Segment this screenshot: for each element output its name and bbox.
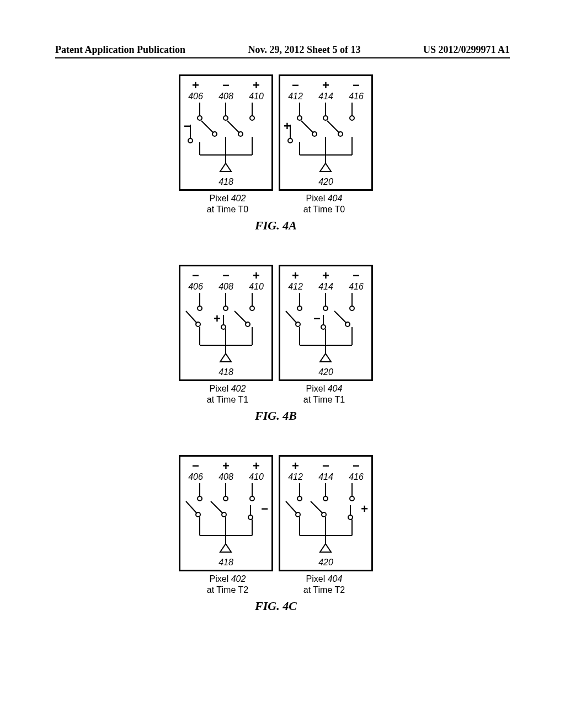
ref-numbers: 412 414 416 (280, 282, 371, 292)
sign: − (341, 270, 371, 282)
ref-numbers: 412 414 416 (280, 472, 371, 482)
sign: + (241, 270, 271, 282)
sign: − (341, 79, 371, 92)
ref-num: 410 (249, 282, 264, 292)
svg-point-101 (348, 515, 353, 520)
svg-line-61 (286, 311, 297, 323)
figure-4b: − − + 406 408 410 + (149, 265, 403, 423)
svg-point-94 (323, 496, 328, 501)
ref-numbers: 406 408 410 (180, 282, 271, 292)
svg-point-1 (198, 116, 202, 120)
svg-line-97 (286, 501, 297, 513)
polarity-signs: − + + (180, 460, 271, 472)
ref-num: 410 (249, 92, 264, 101)
svg-point-60 (350, 306, 354, 311)
svg-point-43 (196, 322, 200, 326)
ref-num: 410 (249, 472, 264, 482)
sign: + (311, 270, 340, 282)
svg-line-79 (186, 501, 197, 513)
schematic-icon (180, 483, 271, 558)
svg-marker-54 (220, 354, 231, 362)
ref-num: 416 (349, 282, 364, 292)
svg-point-29 (338, 132, 343, 136)
sign: − (311, 460, 340, 472)
driver-ref: 420 (280, 367, 371, 377)
svg-line-81 (211, 501, 223, 513)
ref-num: 416 (349, 92, 364, 101)
ref-num: 408 (218, 92, 233, 101)
driver-ref: 418 (180, 558, 271, 568)
ref-num: 408 (218, 282, 233, 292)
svg-line-8 (201, 121, 214, 133)
panel-row: + − + 406 408 410 − (149, 74, 403, 191)
svg-line-10 (227, 121, 239, 133)
svg-point-63 (321, 325, 326, 329)
svg-marker-108 (320, 544, 331, 552)
svg-point-80 (196, 512, 200, 517)
svg-point-41 (250, 306, 254, 311)
panel-caption: Pixel 402 at Time T1 (182, 383, 273, 405)
svg-point-92 (297, 496, 302, 501)
sign: − (211, 79, 241, 92)
schematic-icon (180, 103, 271, 177)
svg-line-28 (327, 121, 339, 133)
sign: − (180, 460, 210, 472)
svg-marker-72 (320, 354, 331, 362)
svg-point-83 (248, 515, 253, 520)
svg-point-39 (223, 306, 228, 311)
sign: − (211, 270, 241, 282)
svg-point-74 (198, 496, 202, 501)
caption-time: at Time T1 (303, 395, 345, 404)
svg-marker-35 (320, 163, 331, 172)
caption-label: Pixel (306, 384, 326, 393)
figure-title: FIG. 4A (149, 218, 403, 233)
caption-time: at Time T0 (207, 205, 248, 214)
ref-num: 406 (188, 472, 203, 482)
caption-num: 404 (328, 194, 343, 203)
caption-label: Pixel (210, 194, 229, 203)
panel-402-t0: + − + 406 408 410 − (179, 74, 273, 191)
svg-point-58 (323, 306, 328, 311)
svg-point-21 (323, 116, 328, 120)
svg-point-19 (297, 116, 302, 120)
figure-title: FIG. 4B (149, 409, 403, 423)
svg-point-11 (238, 132, 243, 136)
svg-point-48 (246, 322, 250, 326)
driver-ref: 420 (280, 177, 371, 187)
svg-point-5 (250, 116, 254, 120)
panel-402-t2: − + + 406 408 410 − (179, 455, 273, 571)
polarity-signs: + − − (280, 460, 371, 472)
panel-404-t1: + + − 412 414 416 − (279, 265, 373, 381)
ref-num: 414 (318, 282, 333, 292)
svg-point-9 (212, 132, 217, 136)
svg-point-23 (350, 116, 354, 120)
ref-numbers: 406 408 410 (180, 472, 271, 482)
header-right: US 2012/0299971 A1 (423, 44, 510, 56)
caption-time: at Time T0 (303, 205, 345, 214)
caption-time: at Time T1 (207, 395, 248, 404)
caption-num: 402 (231, 574, 246, 584)
svg-point-37 (198, 306, 202, 311)
schematic-icon (280, 103, 371, 177)
svg-line-99 (311, 501, 323, 513)
schematic-icon (180, 293, 271, 367)
schematic-icon (280, 483, 371, 558)
caption-num: 402 (231, 194, 246, 203)
ref-num: 412 (288, 282, 303, 292)
svg-point-96 (350, 496, 354, 501)
schematic-icon (280, 293, 371, 367)
panel-row: − − + 406 408 410 + (149, 265, 403, 381)
panel-caption: Pixel 404 at Time T1 (279, 383, 370, 405)
header-left: Patent Application Publication (55, 44, 185, 56)
caption-num: 402 (231, 384, 246, 393)
figure-4c: − + + 406 408 410 − (149, 455, 403, 613)
panel-caption: Pixel 404 at Time T0 (279, 193, 370, 215)
sign: + (280, 270, 310, 282)
header-mid: Nov. 29, 2012 Sheet 5 of 13 (248, 44, 361, 56)
sign: − (180, 270, 210, 282)
svg-point-78 (250, 496, 254, 501)
caption-time: at Time T2 (303, 585, 345, 595)
svg-point-3 (223, 116, 228, 120)
panel-caption: Pixel 404 at Time T2 (279, 574, 370, 596)
panel-caption: Pixel 402 at Time T2 (182, 574, 273, 596)
